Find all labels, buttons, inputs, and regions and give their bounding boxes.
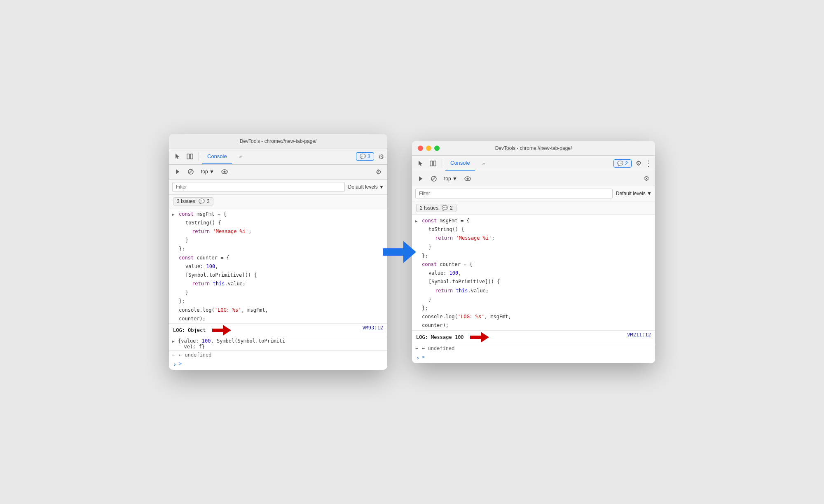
left-code-line-11: };	[169, 297, 387, 306]
right-vm-link[interactable]: VM211:12	[627, 332, 651, 338]
left-eye-icon[interactable]	[219, 166, 230, 177]
right-issues-icon: 💬	[442, 205, 448, 211]
left-vm-link[interactable]: VM93:12	[362, 325, 383, 331]
left-main-toolbar: Console » 💬 3 ⚙	[169, 149, 387, 165]
right-log-text: LOG: Message 100	[416, 332, 624, 343]
right-issues-bar: 2 Issues: 💬 2	[412, 201, 655, 215]
left-settings2-icon[interactable]: ⚙	[373, 166, 384, 177]
left-block-icon[interactable]	[185, 166, 196, 177]
right-filter-toolbar: top ▼ ⚙	[412, 171, 655, 186]
right-filter-input[interactable]	[415, 189, 613, 198]
left-divider-1	[199, 152, 199, 161]
left-prompt[interactable]: >	[169, 359, 387, 368]
left-issues-badge[interactable]: 💬 3	[356, 152, 374, 161]
left-log-output: LOG: Object VM93:12	[169, 323, 387, 337]
left-issues-bar: 3 Issues: 💬 3	[169, 195, 387, 208]
right-maximize-button[interactable]	[434, 145, 440, 151]
left-code-line-4: }	[169, 236, 387, 245]
right-divider-1	[442, 159, 442, 168]
left-code-line-6: const counter = {	[169, 254, 387, 262]
svg-rect-18	[470, 336, 481, 339]
right-code-line-9: return this.value;	[412, 287, 655, 295]
left-issues-icon: 💬	[199, 198, 205, 204]
right-more-tabs[interactable]: »	[478, 158, 489, 169]
svg-marker-8	[223, 325, 231, 336]
right-eye-icon[interactable]	[462, 173, 473, 184]
left-play-icon[interactable]	[172, 166, 183, 177]
svg-rect-11	[430, 161, 433, 166]
right-devtools-window: DevTools - chrome://new-tab-page/ Consol…	[412, 141, 655, 363]
svg-marker-10	[403, 241, 416, 263]
left-red-arrow	[212, 325, 231, 336]
left-code-line-13: counter);	[169, 315, 387, 323]
left-obj-detail[interactable]: {value: 100, Symbol(Symbol.toPrimiti ve)…	[169, 337, 387, 350]
svg-rect-7	[212, 329, 223, 332]
right-message-icon: 💬	[617, 161, 623, 166]
right-panels-icon[interactable]	[428, 158, 438, 169]
right-filter-bar: Default levels ▼	[412, 186, 655, 201]
left-issues-badge-bar[interactable]: 3 Issues: 💬 3	[173, 197, 213, 205]
right-console-tab[interactable]: Console	[445, 156, 475, 171]
right-block-icon[interactable]	[428, 173, 439, 184]
right-top-dropdown[interactable]: top ▼	[442, 175, 460, 183]
right-cursor-icon[interactable]	[415, 158, 426, 169]
svg-marker-13	[419, 176, 422, 181]
right-code-line-6: const counter = {	[412, 260, 655, 269]
right-close-button[interactable]	[418, 145, 423, 151]
left-code-line-1: const msgFmt = {	[169, 210, 387, 219]
left-console-tab[interactable]: Console	[202, 149, 232, 164]
svg-rect-12	[433, 161, 436, 166]
left-code-line-5: };	[169, 245, 387, 253]
svg-point-17	[466, 177, 468, 180]
left-filter-toolbar: top ▼ ⚙	[169, 165, 387, 180]
right-code-line-1: const msgFmt = {	[412, 217, 655, 225]
right-code-line-12: console.log('LOG: %s', msgFmt,	[412, 313, 655, 321]
right-issues-badge-bar[interactable]: 2 Issues: 💬 2	[416, 204, 456, 212]
right-three-dots[interactable]: ⋮	[645, 159, 652, 168]
svg-point-6	[223, 171, 225, 173]
left-default-levels[interactable]: Default levels ▼	[348, 184, 384, 190]
left-settings-icon[interactable]: ⚙	[378, 153, 384, 160]
left-filter-bar: Default levels ▼	[169, 180, 387, 195]
right-play-icon[interactable]	[415, 173, 426, 184]
left-code-line-7: value: 100,	[169, 262, 387, 271]
left-code-line-3: return 'Message %i';	[169, 227, 387, 236]
left-top-dropdown[interactable]: top ▼	[199, 168, 217, 176]
svg-rect-1	[190, 154, 193, 159]
right-main-toolbar: Console » 💬 2 ⚙ ⋮	[412, 156, 655, 171]
left-code-line-8: [Symbol.toPrimitive]() {	[169, 271, 387, 280]
svg-rect-0	[187, 154, 190, 159]
right-settings-icon[interactable]: ⚙	[636, 160, 641, 167]
right-code-line-4: }	[412, 243, 655, 252]
right-code-line-8: [Symbol.toPrimitive]() {	[412, 278, 655, 286]
right-log-output: LOG: Message 100 VM211:12	[412, 330, 655, 344]
scene: DevTools - chrome://new-tab-page/ Consol…	[169, 134, 655, 370]
right-prompt[interactable]: >	[412, 353, 655, 362]
left-filter-input[interactable]	[172, 182, 345, 192]
left-panels-icon[interactable]	[185, 151, 195, 162]
right-red-arrow	[470, 332, 489, 343]
left-devtools-window: DevTools - chrome://new-tab-page/ Consol…	[169, 134, 387, 370]
right-console-content: const msgFmt = { toString() { return 'Me…	[412, 215, 655, 363]
right-code-line-13: counter);	[412, 321, 655, 330]
right-window-title: DevTools - chrome://new-tab-page/	[495, 145, 572, 151]
right-default-levels[interactable]: Default levels ▼	[616, 191, 652, 196]
left-code-line-10: }	[169, 288, 387, 297]
right-minimize-button[interactable]	[426, 145, 431, 151]
left-cursor-icon[interactable]	[172, 151, 183, 162]
right-code-line-3: return 'Message %i';	[412, 234, 655, 243]
left-code-line-9: return this.value;	[169, 280, 387, 288]
svg-line-4	[189, 170, 193, 174]
right-settings2-icon[interactable]: ⚙	[641, 173, 652, 184]
right-code-line-2: toString() {	[412, 225, 655, 234]
right-code-line-10: }	[412, 295, 655, 304]
right-code-line-5: };	[412, 252, 655, 260]
left-undefined: ← undefined	[169, 350, 387, 359]
left-more-tabs[interactable]: »	[235, 151, 246, 162]
right-issues-badge[interactable]: 💬 2	[613, 159, 632, 168]
center-blue-arrow	[383, 238, 416, 266]
svg-marker-2	[176, 169, 179, 174]
right-window-controls	[418, 145, 440, 151]
right-undefined: ← undefined	[412, 344, 655, 353]
svg-line-15	[432, 177, 436, 180]
